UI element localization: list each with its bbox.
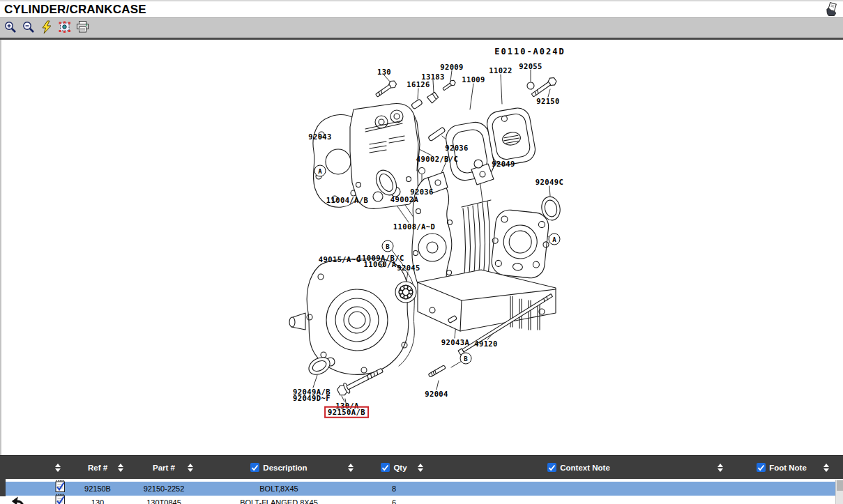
zoom-out-icon (22, 20, 36, 36)
column-header-icon[interactable] (0, 456, 66, 479)
image-select-button[interactable] (56, 20, 73, 36)
part-label[interactable]: 16126 (407, 81, 430, 89)
qty-cell: 6 (359, 496, 429, 504)
parts-table: Ref #Part #DescriptionQtyContext NoteFoo… (0, 455, 843, 504)
column-checkbox-qty[interactable] (381, 463, 390, 472)
table-left-edge (0, 479, 6, 496)
column-header-qty[interactable]: Qty (359, 456, 429, 479)
back-arrow-icon[interactable] (10, 496, 27, 504)
sort-control-qty[interactable] (418, 464, 423, 472)
part-label[interactable]: 92004 (425, 390, 448, 398)
foot-note-cell (729, 482, 835, 496)
diagram-code: E0110-A024D (494, 47, 565, 56)
hand-note-button[interactable] (823, 2, 839, 17)
column-header-ref[interactable]: Ref # (66, 456, 129, 479)
sort-control-part[interactable] (188, 464, 193, 472)
diagram-panel: E0110-A024D13092009131831612611009110229… (0, 40, 843, 455)
part-label[interactable]: 92036 (445, 144, 469, 152)
part-label[interactable]: 13183 (421, 73, 445, 81)
toolbar (0, 18, 843, 40)
part-cell: 130T0845 (129, 496, 199, 504)
context-note-cell (429, 496, 729, 504)
column-label-description: Description (263, 464, 307, 472)
image-select-icon (58, 20, 72, 36)
table-scrollbar[interactable] (835, 480, 843, 504)
part-label[interactable]: 11060/A (363, 261, 396, 268)
parts-note-icon[interactable] (54, 480, 66, 494)
column-header-part[interactable]: Part # (129, 456, 199, 479)
part-label[interactable]: 49002/B/C (416, 155, 459, 163)
print-button[interactable] (75, 20, 91, 36)
qty-cell: 8 (359, 482, 429, 496)
column-label-qty: Qty (393, 464, 407, 472)
callout-B: B (382, 240, 394, 252)
sort-control-icon[interactable] (55, 464, 61, 472)
zoom-in-icon (3, 20, 17, 36)
sort-control-description[interactable] (348, 464, 354, 472)
description-cell: BOLT-FLANGED,8X45 (199, 496, 359, 504)
part-label[interactable]: 92036 (410, 188, 434, 196)
callout-B: B (460, 353, 472, 365)
zoom-in-button[interactable] (2, 20, 18, 36)
part-label[interactable]: 92150 (536, 98, 560, 105)
part-label[interactable]: 92049D~F (293, 395, 331, 402)
description-cell: BOLT,8X45 (199, 482, 359, 496)
column-label-foot-note: Foot Note (769, 464, 807, 472)
part-cell: 92150-2252 (129, 482, 199, 496)
callout-A: A (314, 165, 326, 177)
part-label[interactable]: 11008/A~D (393, 223, 436, 231)
page-title: CYLINDER/CRANKCASE (4, 3, 146, 17)
table-row[interactable]: 92150B92150-2252BOLT,8X458 (0, 482, 843, 496)
part-label[interactable]: 92055 (519, 63, 542, 70)
flash-button[interactable] (38, 20, 54, 36)
ref-cell: 130 (66, 496, 129, 504)
table-header-row: Ref #Part #DescriptionQtyContext NoteFoo… (0, 456, 843, 479)
row-icon-cell (0, 496, 66, 504)
parts-note-icon[interactable] (54, 494, 66, 504)
zoom-out-button[interactable] (20, 20, 36, 36)
part-label[interactable]: 92043A (441, 339, 469, 346)
part-label[interactable]: 92049 (492, 160, 515, 168)
exploded-diagram (1, 40, 843, 455)
part-label[interactable]: 49015/A~C (319, 256, 361, 264)
part-label[interactable]: 92045 (397, 264, 420, 272)
foot-note-cell (729, 496, 835, 504)
column-label-context-note: Context Note (560, 464, 610, 472)
context-note-cell (429, 482, 729, 496)
column-checkbox-foot-note[interactable] (757, 463, 766, 472)
part-label[interactable]: 49120 (474, 340, 498, 348)
scrollbar-thumb[interactable] (837, 480, 843, 491)
column-header-context-note[interactable]: Context Note (429, 456, 729, 479)
column-label-ref: Ref # (88, 464, 107, 472)
column-header-description[interactable]: Description (199, 456, 359, 479)
print-icon (76, 20, 89, 36)
part-label[interactable]: 11022 (489, 67, 512, 75)
part-label[interactable]: 11004/A/B (326, 197, 369, 204)
part-label[interactable]: 92009 (440, 63, 464, 71)
table-body: 92150B92150-2252BOLT,8X458130130T0845BOL… (0, 479, 843, 504)
column-header-foot-note[interactable]: Foot Note (729, 456, 835, 479)
flash-icon (41, 20, 52, 36)
sort-control-ref[interactable] (118, 464, 123, 472)
table-row[interactable]: 130130T0845BOLT-FLANGED,8X456 (0, 496, 843, 504)
callout-A: A (549, 234, 561, 245)
hand-note-icon (824, 8, 838, 19)
title-bar: CYLINDER/CRANKCASE (0, 0, 843, 18)
ref-cell: 92150B (66, 482, 129, 496)
part-label[interactable]: 92049C (536, 178, 563, 186)
part-label[interactable]: 11009 (462, 76, 485, 84)
part-label[interactable]: 49002A (390, 196, 418, 204)
column-checkbox-description[interactable] (250, 463, 259, 472)
part-label[interactable]: 92043 (308, 133, 332, 141)
part-label[interactable]: 130 (377, 68, 391, 76)
sort-control-foot-note[interactable] (823, 464, 829, 472)
part-label-highlighted[interactable]: 92150A/B (324, 406, 369, 418)
sort-control-context-note[interactable] (717, 464, 723, 472)
column-checkbox-context-note[interactable] (547, 463, 556, 472)
column-label-part: Part # (153, 464, 175, 472)
